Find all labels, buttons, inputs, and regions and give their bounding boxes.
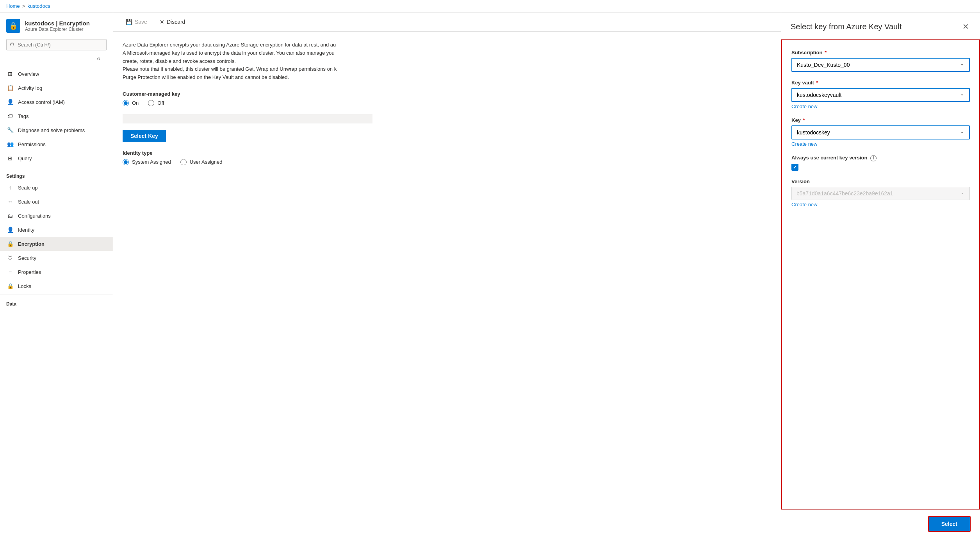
discard-button[interactable]: ✕ Discard: [157, 17, 188, 27]
resource-subtitle: Azure Data Explorer Cluster: [25, 27, 90, 32]
scale-out-icon: ↔: [6, 198, 14, 206]
customer-managed-key-section: Customer-managed key On Off: [123, 91, 772, 106]
sidebar-item-identity-label: Identity: [18, 227, 34, 233]
key-vault-required-star: *: [816, 80, 818, 86]
discard-label: Discard: [167, 19, 185, 25]
sidebar-item-security[interactable]: 🛡 Security: [0, 251, 113, 265]
customer-managed-key-label: Customer-managed key: [123, 91, 772, 97]
radio-system-assigned-option[interactable]: System Assigned: [123, 159, 171, 165]
tags-icon: 🏷: [6, 112, 14, 120]
settings-section-label: Settings: [0, 169, 113, 181]
save-icon: 💾: [126, 19, 132, 25]
key-vault-select[interactable]: kustodocskeyvault: [791, 88, 970, 102]
identity-type-label: Identity type: [123, 150, 772, 156]
identity-section: Identity type System Assigned User Assig…: [123, 150, 772, 165]
info-icon[interactable]: i: [870, 155, 877, 161]
sidebar-item-diagnose-label: Diagnose and solve problems: [18, 127, 85, 133]
side-panel-header: Select key from Azure Key Vault ✕: [781, 13, 980, 39]
key-label-text: Key: [791, 117, 801, 123]
subscription-select[interactable]: Kusto_Dev_Kusto_00: [791, 58, 970, 72]
resource-icon: 🔒: [6, 19, 20, 33]
diagnose-icon: 🔧: [6, 126, 14, 134]
key-vault-label: Key vault *: [791, 80, 970, 86]
content-panel: 💾 Save ✕ Discard Azure Data Explorer enc…: [113, 13, 781, 538]
breadcrumb-current[interactable]: kustodocs: [27, 3, 50, 9]
radio-system-assigned-label: System Assigned: [132, 159, 171, 165]
sidebar-item-permissions[interactable]: 👥 Permissions: [0, 137, 113, 151]
breadcrumb: Home > kustodocs: [0, 0, 980, 13]
sidebar: 🔒 kustodocs | Encryption Azure Data Expl…: [0, 13, 113, 538]
key-vault-label-text: Key vault: [791, 80, 814, 86]
radio-on-input[interactable]: [123, 100, 129, 106]
encryption-icon: 🔒: [6, 240, 14, 248]
save-label: Save: [135, 19, 147, 25]
toolbar: 💾 Save ✕ Discard: [113, 13, 781, 32]
sidebar-item-scale-up[interactable]: ↑ Scale up: [0, 181, 113, 195]
sidebar-item-identity[interactable]: 👤 Identity: [0, 223, 113, 237]
create-new-key-link[interactable]: Create new: [791, 141, 817, 147]
radio-off-input[interactable]: [148, 100, 154, 106]
sidebar-item-activity-log[interactable]: 📋 Activity log: [0, 81, 113, 95]
select-key-bar: [123, 114, 372, 123]
desc-line2: A Microsoft-managed key is used to encry…: [123, 50, 335, 56]
always-use-current-checkbox[interactable]: [791, 164, 798, 171]
create-new-version-link[interactable]: Create new: [791, 202, 817, 207]
version-label: Version: [791, 179, 970, 184]
sidebar-item-configurations[interactable]: 🗂 Configurations: [0, 209, 113, 223]
breadcrumb-home[interactable]: Home: [6, 3, 20, 9]
radio-on-option[interactable]: On: [123, 100, 139, 106]
side-panel-body: Subscription * Kusto_Dev_Kusto_00 Key va…: [781, 39, 980, 509]
key-select[interactable]: kustodocskey: [791, 125, 970, 139]
radio-off-option[interactable]: Off: [148, 100, 164, 106]
sidebar-item-tags-label: Tags: [18, 113, 29, 119]
subscription-required-star: *: [825, 50, 827, 55]
sidebar-item-scale-out-label: Scale out: [18, 199, 39, 205]
query-icon: ⊞: [6, 154, 14, 162]
create-new-key-vault-link[interactable]: Create new: [791, 104, 817, 109]
search-container: [0, 36, 113, 54]
always-use-current-field-group: Always use current key version i: [791, 155, 970, 171]
sidebar-item-access-control-label: Access control (IAM): [18, 99, 65, 105]
version-select[interactable]: b5a71d0a1a6c447be6c23e2ba9e162a1: [791, 187, 970, 200]
identity-radio-group: System Assigned User Assigned: [123, 159, 772, 165]
sidebar-header: 🔒 kustodocs | Encryption Azure Data Expl…: [0, 13, 113, 36]
sidebar-item-properties[interactable]: ≡ Properties: [0, 265, 113, 279]
radio-user-assigned-option[interactable]: User Assigned: [180, 159, 223, 165]
side-panel: Select key from Azure Key Vault ✕ Subscr…: [781, 13, 980, 538]
configurations-icon: 🗂: [6, 212, 14, 220]
save-button[interactable]: 💾 Save: [123, 17, 150, 27]
desc-line1: Azure Data Explorer encrypts your data u…: [123, 42, 336, 48]
search-input[interactable]: [6, 39, 107, 50]
sidebar-item-security-label: Security: [18, 255, 36, 261]
sidebar-item-tags[interactable]: 🏷 Tags: [0, 109, 113, 123]
radio-system-assigned-input[interactable]: [123, 159, 129, 165]
subscription-label: Subscription *: [791, 50, 970, 55]
activity-log-icon: 📋: [6, 84, 14, 92]
always-use-current-label: Always use current key version i: [791, 155, 970, 161]
side-panel-close-button[interactable]: ✕: [961, 20, 971, 33]
sidebar-item-encryption[interactable]: 🔒 Encryption: [0, 237, 113, 251]
breadcrumb-separator: >: [22, 3, 25, 9]
sidebar-item-access-control[interactable]: 👤 Access control (IAM): [0, 95, 113, 109]
page-area: 💾 Save ✕ Discard Azure Data Explorer enc…: [113, 13, 980, 538]
sidebar-item-overview[interactable]: ⊞ Overview: [0, 67, 113, 81]
app-container: Home > kustodocs 🔒 kustodocs | Encryptio…: [0, 0, 980, 538]
radio-off-label: Off: [157, 100, 164, 106]
sidebar-item-diagnose[interactable]: 🔧 Diagnose and solve problems: [0, 123, 113, 137]
sidebar-item-locks[interactable]: 🔒 Locks: [0, 279, 113, 293]
select-button[interactable]: Select: [928, 516, 971, 532]
collapse-button[interactable]: «: [91, 54, 107, 64]
desc-line3: create, rotate, disable and revoke acces…: [123, 58, 236, 64]
sidebar-item-scale-out[interactable]: ↔ Scale out: [0, 195, 113, 209]
identity-icon: 👤: [6, 226, 14, 234]
sidebar-item-query[interactable]: ⊞ Query: [0, 151, 113, 165]
radio-user-assigned-input[interactable]: [180, 159, 187, 165]
key-label: Key *: [791, 117, 970, 123]
select-key-button[interactable]: Select Key: [123, 130, 166, 142]
sidebar-item-configurations-label: Configurations: [18, 213, 51, 219]
resource-name: kustodocs | Encryption: [25, 20, 90, 27]
main-content: 🔒 kustodocs | Encryption Azure Data Expl…: [0, 13, 980, 538]
sidebar-item-query-label: Query: [18, 156, 32, 161]
sidebar-item-encryption-label: Encryption: [18, 241, 45, 247]
sidebar-item-permissions-label: Permissions: [18, 141, 46, 147]
